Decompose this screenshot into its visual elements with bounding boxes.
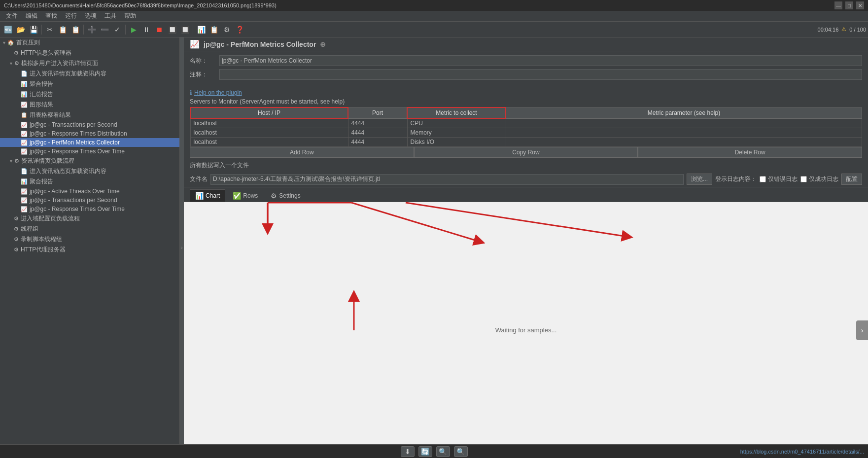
cell-metric-2[interactable]: Disks I/O	[407, 138, 506, 147]
sidebar-item-enter-dynamic[interactable]: 📄进入资讯动态页加载资讯内容	[0, 166, 179, 176]
cut-btn[interactable]: ✂	[44, 24, 56, 35]
sidebar-item-config-group[interactable]: ▼⚙模拟多用户进入资讯详情页面	[0, 58, 179, 69]
stop-btn[interactable]: ⏹	[153, 24, 165, 35]
file-path-input[interactable]	[210, 174, 684, 185]
cell-host-2[interactable]: localhost	[190, 138, 348, 147]
new-btn[interactable]: 🆕	[2, 24, 14, 35]
remote-start-btn[interactable]: 🔲	[166, 24, 178, 35]
menu-item-选项[interactable]: 选项	[81, 11, 101, 21]
sidebar-item-http-header[interactable]: ⚙HTTP信息头管理器	[0, 48, 179, 58]
sidebar-item-resource-group[interactable]: ▼⚙资讯详情页负载流程	[0, 156, 179, 166]
download-btn[interactable]: ⬇	[401, 446, 415, 457]
zoom-in-btn[interactable]: 🔍	[454, 446, 468, 457]
menu-item-查找[interactable]: 查找	[41, 11, 61, 21]
collapse-btn[interactable]: ➖	[99, 24, 110, 35]
cell-port-2[interactable]: 4444	[348, 138, 407, 147]
sidebar-item-trans-per-sec2[interactable]: 📈jp@gc - Transactions per Second	[0, 196, 179, 205]
name-input[interactable]	[219, 55, 862, 66]
success-log-label[interactable]: 仅成功日志	[800, 175, 838, 183]
open-btn[interactable]: 📂	[15, 24, 27, 35]
delete-row-btn[interactable]: Delete Row	[638, 147, 862, 158]
expand-config-group: ▼	[9, 61, 13, 66]
sidebar-item-trans-per-sec[interactable]: 📈jp@gc - Transactions per Second	[0, 120, 179, 129]
sidebar-item-response-over-time[interactable]: 📈jp@gc - Response Times Over Time	[0, 147, 179, 156]
help-link[interactable]: Help on the plugin	[194, 89, 242, 96]
error-log-label[interactable]: 仅错误日志	[760, 175, 798, 183]
bottom-url[interactable]: https://blog.csdn.net/m0_47416711/articl…	[740, 449, 864, 455]
zoom-out-btn[interactable]: 🔍	[436, 446, 450, 457]
menu-item-帮助[interactable]: 帮助	[120, 11, 140, 21]
menu-item-工具[interactable]: 工具	[101, 11, 120, 21]
sidebar-item-aggregate-report2[interactable]: 📊聚合报告	[0, 176, 179, 187]
sidebar-item-chart-results[interactable]: 📈图形结果	[0, 100, 179, 110]
sidebar-item-enter-detail[interactable]: 📄进入资讯详情页加载资讯内容	[0, 69, 179, 79]
add-row-btn[interactable]: Add Row	[190, 147, 414, 158]
sidebar-item-sub-group[interactable]: ⚙进入域配置页负载流程	[0, 213, 179, 224]
copy-btn[interactable]: 📋	[57, 24, 69, 35]
paste-btn[interactable]: 📋	[69, 24, 81, 35]
template-btn[interactable]: 📊	[195, 24, 207, 35]
menu-item-文件[interactable]: 文件	[2, 11, 22, 21]
tab-settings[interactable]: ⚙ Settings	[265, 189, 306, 202]
sidebar-item-active-threads[interactable]: 📈jp@gc - Active Threads Over Time	[0, 187, 179, 196]
cell-param-1[interactable]	[506, 128, 862, 138]
settings-btn[interactable]: ⚙	[221, 24, 233, 35]
cell-port-0[interactable]: 4444	[348, 118, 407, 128]
cell-port-1[interactable]: 4444	[348, 128, 407, 138]
chart-tab-label: Chart	[206, 192, 220, 199]
sidebar-item-http-proxy[interactable]: ⚙HTTP代理服务器	[0, 245, 179, 255]
sidebar-item-response-dist[interactable]: 📈jp@gc - Response Times Distribution	[0, 129, 179, 138]
close-button[interactable]: ✕	[856, 1, 864, 9]
file-name-label: 文件名	[190, 175, 208, 183]
sidebar-item-table-results[interactable]: 📋用表格察看结果	[0, 110, 179, 120]
sidebar-item-thread-group[interactable]: ⚙线程组	[0, 224, 179, 234]
remote-stop-btn[interactable]: 🔲	[179, 24, 191, 35]
toolbar-time-area: 00:04:16 ⚠ 0 / 100	[818, 26, 866, 33]
tab-chart[interactable]: 📊 Chart	[190, 189, 225, 202]
titlebar-title: C:\Users\20115480\Documents\iHaier\5fc85…	[4, 2, 277, 8]
icon-aggregate-report2: 📊	[21, 178, 28, 185]
sidebar-item-perfmon[interactable]: 📈jp@gc - PerfMon Metrics Collector	[0, 138, 179, 147]
expand-right-btn[interactable]: ›	[856, 320, 868, 340]
cell-metric-1[interactable]: Memory	[407, 128, 506, 138]
cell-host-1[interactable]: localhost	[190, 128, 348, 138]
label-aggregate-report2: 聚合报告	[30, 177, 53, 186]
cell-param-2[interactable]	[506, 138, 862, 147]
pause-btn[interactable]: ⏸	[140, 24, 152, 35]
error-log-checkbox[interactable]	[760, 176, 766, 182]
sidebar-item-aggregate-report[interactable]: 📊聚合报告	[0, 79, 179, 89]
menu-item-运行[interactable]: 运行	[61, 11, 81, 21]
tab-rows[interactable]: ✅ Rows	[227, 189, 263, 202]
toggle-btn[interactable]: ✓	[111, 24, 123, 35]
cell-metric-0[interactable]: CPU	[407, 118, 506, 128]
label-active-threads: jp@gc - Active Threads Over Time	[30, 188, 120, 195]
sidebar-item-root[interactable]: ▼🏠首页压则	[0, 37, 179, 48]
maximize-button[interactable]: □	[845, 1, 853, 9]
save-btn[interactable]: 💾	[28, 24, 39, 35]
sidebar-item-script-thread-group[interactable]: ⚙录制脚本线程组	[0, 234, 179, 245]
cell-param-0[interactable]	[506, 118, 862, 128]
toolbar: 🆕 📂 💾 ✂ 📋 📋 ➕ ➖ ✓ ▶ ⏸ ⏹ 🔲 🔲 📊 📋 ⚙ ❓ 00:0…	[0, 22, 868, 37]
success-log-checkbox[interactable]	[800, 176, 807, 182]
sidebar-item-response-over-time2[interactable]: 📈jp@gc - Response Times Over Time	[0, 205, 179, 213]
expand-btn[interactable]: ➕	[86, 24, 98, 35]
sidebar-item-summary-report[interactable]: 📊汇总报告	[0, 89, 179, 100]
panel-expand-icon[interactable]: ⊕	[320, 40, 326, 48]
function-btn[interactable]: 📋	[208, 24, 220, 35]
sidebar-collapse-handle[interactable]: ›	[180, 37, 184, 458]
minimize-button[interactable]: —	[834, 1, 842, 9]
copy-row-btn[interactable]: Copy Row	[414, 147, 638, 158]
comment-input[interactable]	[219, 69, 862, 80]
timer-display: 00:04:16	[818, 27, 839, 33]
titlebar-controls: — □ ✕	[834, 1, 864, 9]
configure-btn[interactable]: 配置	[841, 174, 862, 185]
help-btn[interactable]: ❓	[234, 24, 245, 35]
table-row-0: localhost4444CPU	[190, 118, 862, 128]
label-chart-results: 图形结果	[30, 101, 53, 109]
cell-host-0[interactable]: localhost	[190, 118, 348, 128]
refresh-btn[interactable]: 🔄	[418, 446, 432, 457]
menu-item-编辑[interactable]: 编辑	[22, 11, 41, 21]
browse-btn[interactable]: 浏览...	[687, 174, 712, 185]
start-btn[interactable]: ▶	[128, 24, 139, 35]
tabs-bar: 📊 Chart ✅ Rows ⚙ Settings	[184, 187, 868, 202]
